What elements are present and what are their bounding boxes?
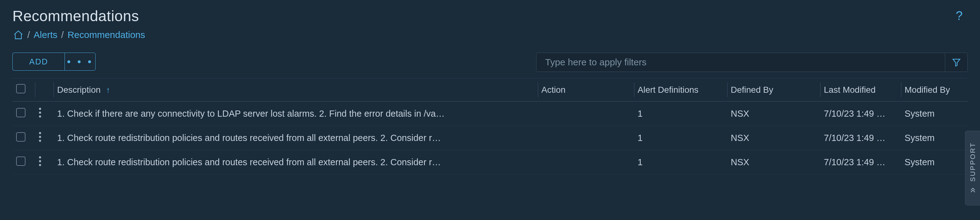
row-select-cell[interactable]	[13, 101, 35, 126]
column-header-last-modified[interactable]: Last Modified	[820, 79, 901, 102]
row-select-cell[interactable]	[13, 126, 35, 150]
kebab-menu-icon[interactable]	[38, 108, 41, 118]
help-icon[interactable]: ?	[956, 8, 967, 23]
row-description: 1. Check route redistribution policies a…	[53, 126, 538, 150]
row-menu-cell[interactable]	[35, 150, 53, 175]
row-modified-by: System	[901, 150, 967, 175]
row-modified-by: System	[901, 126, 967, 150]
row-defined-by: NSX	[727, 126, 820, 150]
row-alert-definitions: 1	[634, 126, 727, 150]
svg-point-6	[39, 156, 41, 158]
row-checkbox[interactable]	[16, 108, 25, 117]
breadcrumb-recommendations[interactable]: Recommendations	[67, 30, 145, 40]
row-description: 1. Check route redistribution policies a…	[53, 150, 538, 175]
row-last-modified: 7/10/23 1:49 …	[820, 126, 901, 150]
table-row[interactable]: 1. Check route redistribution policies a…	[13, 150, 967, 175]
filter-icon[interactable]	[945, 53, 967, 72]
column-header-menu	[35, 79, 53, 102]
more-actions-button[interactable]: • • •	[65, 53, 95, 71]
table-row[interactable]: 1. Check route redistribution policies a…	[13, 126, 967, 150]
recommendations-table: Description ↑ Action Alert Definitions D…	[13, 78, 967, 175]
support-label: SUPPORT	[969, 142, 977, 182]
svg-point-2	[39, 116, 41, 117]
row-menu-cell[interactable]	[35, 101, 53, 126]
row-menu-cell[interactable]	[35, 126, 53, 150]
svg-point-4	[39, 136, 41, 138]
row-alert-definitions: 1	[634, 150, 727, 175]
breadcrumb: / Alerts / Recommendations	[0, 27, 980, 48]
filter-input[interactable]	[536, 57, 945, 67]
kebab-menu-icon[interactable]	[38, 132, 41, 142]
column-header-defined-by[interactable]: Defined By	[727, 79, 820, 102]
svg-point-1	[39, 112, 41, 114]
row-alert-definitions: 1	[634, 101, 727, 126]
chevron-up-icon	[969, 187, 976, 194]
svg-point-0	[39, 108, 41, 110]
row-checkbox[interactable]	[16, 157, 25, 166]
row-last-modified: 7/10/23 1:49 …	[820, 101, 901, 126]
breadcrumb-alerts[interactable]: Alerts	[33, 30, 57, 40]
filter-box	[536, 53, 967, 72]
row-defined-by: NSX	[727, 101, 820, 126]
kebab-menu-icon[interactable]	[38, 156, 41, 167]
column-label: Description	[57, 85, 100, 95]
select-all-checkbox[interactable]	[16, 84, 25, 93]
home-icon[interactable]	[13, 30, 24, 40]
svg-point-8	[39, 164, 41, 166]
row-last-modified: 7/10/23 1:49 …	[820, 150, 901, 175]
breadcrumb-separator: /	[27, 30, 30, 40]
page-title: Recommendations	[13, 8, 139, 24]
table-row[interactable]: 1. Check if there are any connectivity t…	[13, 101, 967, 126]
breadcrumb-separator: /	[61, 30, 64, 40]
sort-ascending-icon: ↑	[106, 85, 110, 95]
column-header-action[interactable]: Action	[538, 79, 634, 102]
row-select-cell[interactable]	[13, 150, 35, 175]
row-modified-by: System	[901, 101, 967, 126]
row-defined-by: NSX	[727, 150, 820, 175]
row-action	[538, 101, 634, 126]
svg-point-5	[39, 140, 41, 142]
support-tab[interactable]: SUPPORT	[965, 131, 980, 206]
svg-point-7	[39, 160, 41, 162]
row-action	[538, 150, 634, 175]
column-header-alert-definitions[interactable]: Alert Definitions	[634, 79, 727, 102]
row-description: 1. Check if there are any connectivity t…	[53, 101, 538, 126]
add-button[interactable]: ADD	[13, 53, 65, 71]
row-checkbox[interactable]	[16, 132, 25, 141]
column-header-select-all[interactable]	[13, 79, 35, 102]
row-action	[538, 126, 634, 150]
column-header-modified-by[interactable]: Modified By	[901, 79, 967, 102]
svg-point-3	[39, 132, 41, 134]
column-header-description[interactable]: Description ↑	[53, 79, 538, 102]
